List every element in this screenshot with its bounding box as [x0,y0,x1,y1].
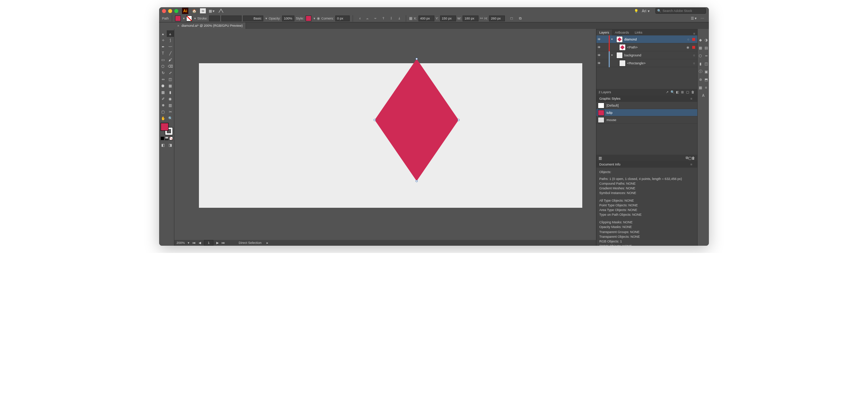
selection-tool[interactable]: ▴ [159,30,167,37]
opacity-field[interactable]: 100% [282,16,294,21]
styles-library-icon[interactable]: ▥ [599,156,602,160]
panel-menu-icon[interactable]: ≡ [691,32,697,35]
tab-artboards[interactable]: Artboards [612,30,632,35]
tips-icon[interactable]: 💡 [634,9,638,13]
stroke-swatch-none[interactable] [186,16,192,21]
brush-definition[interactable]: Basic [243,16,263,21]
graphic-style-item[interactable]: mouse [596,116,697,124]
paintbrush-tool[interactable]: 🖌 [167,56,174,63]
width-tool[interactable]: ⇔ [159,76,167,82]
canvas[interactable] [174,29,596,240]
lasso-tool[interactable]: ⟆ [167,37,174,43]
character-panel-icon[interactable]: A [701,93,706,98]
next-artboard-icon[interactable]: ▶ [216,241,219,245]
line-segment-tool[interactable]: ╱ [167,50,174,56]
status-play-icon[interactable]: ▸ [267,241,268,245]
layer-name[interactable]: <Rectangle> [627,61,646,65]
screen-mode-icon[interactable]: ◨ [167,142,174,148]
fill-stroke-control[interactable] [161,123,173,135]
brushes-panel-icon[interactable]: ▤ [704,46,709,50]
artboard-tool[interactable]: ▢ [159,108,167,115]
diamond-path[interactable] [373,57,461,183]
home-icon[interactable]: 🏠 [191,8,198,14]
magic-wand-tool[interactable]: ✧ [159,37,167,43]
direct-selection-tool[interactable]: ▵ [167,30,174,37]
workspace-switcher-icon[interactable]: ☰ ▾ [690,15,697,22]
color-mode-icon[interactable] [161,137,164,140]
properties-panel-icon[interactable]: ◆ [698,38,703,42]
layer-row[interactable]: 👁 <Path> ◉ [596,43,697,51]
align-vcenter-icon[interactable]: ⫱ [388,15,395,22]
delete-layer-icon[interactable]: 🗑 [690,90,695,94]
stroke-weight-field[interactable] [209,16,220,21]
visibility-icon[interactable]: 👁 [596,38,601,41]
artboards-panel-icon[interactable]: ▦ [698,85,703,90]
chevron-down-icon[interactable]: ▾ [188,241,190,245]
align-top-icon[interactable]: ⫯ [380,15,387,22]
gradient-mode-icon[interactable] [165,137,169,140]
target-icon[interactable]: ○ [693,61,695,65]
scale-tool[interactable]: ⤢ [167,69,174,76]
link-wh-icon[interactable]: ⚯ [480,16,483,20]
graphic-styles-panel-icon[interactable]: ▣ [704,69,709,74]
visibility-icon[interactable]: 👁 [596,53,601,57]
stroke-panel-icon[interactable]: ━ [704,53,709,58]
artboard-number[interactable]: 1 [204,240,213,246]
w-field[interactable]: 180 px [463,16,478,21]
target-icon[interactable]: ○ [688,38,689,41]
new-layer-icon[interactable]: ▢ [685,90,690,94]
graphic-style-item[interactable]: [Default] [596,102,697,109]
gradient-tool[interactable]: ▮ [167,89,174,95]
column-graph-tool[interactable]: ▥ [167,102,174,108]
close-window-button[interactable] [162,9,166,13]
symbols-panel-icon[interactable]: ⬡ [698,53,703,58]
libraries-panel-icon[interactable]: ≡ [704,85,709,90]
shaper-tool[interactable]: ⬡ [159,63,167,69]
stroke-profile[interactable] [221,16,242,21]
pen-tool[interactable]: ✒ [159,43,167,50]
curvature-tool[interactable]: 〰 [167,43,174,50]
color-panel-icon[interactable]: ◑ [704,38,709,42]
first-artboard-icon[interactable]: ⏮ [192,241,196,245]
layer-row[interactable]: 👁 ▾ background ○ [596,51,697,59]
layer-row[interactable]: 👁 <Rectangle> ○ [596,59,697,67]
layer-name[interactable]: <Path> [627,46,638,49]
arrange-documents-icon[interactable]: ▦ ▾ [208,8,215,14]
tab-links[interactable]: Links [632,30,645,35]
align-bottom-icon[interactable]: ⫰ [396,15,403,22]
tab-layers[interactable]: Layers [596,30,612,35]
align-buttons[interactable]: ⫞ ⫠ ⫟ ⫯ ⫱ ⫰ [356,15,403,22]
free-transform-tool[interactable]: ◫ [167,76,174,82]
new-sublayer-icon[interactable]: ⊞ [680,90,685,94]
stock-search[interactable]: 🔍 Search Adobe Stock [655,8,706,14]
locate-object-icon[interactable]: ↗ [665,90,670,94]
align-hcenter-icon[interactable]: ⫠ [364,15,371,22]
artboard[interactable] [199,63,582,208]
panel-menu-icon[interactable]: ≡ [688,163,694,166]
none-mode-icon[interactable] [169,137,173,140]
hand-tool[interactable]: ✋ [159,115,167,121]
layer-name[interactable]: diamond [624,38,637,41]
stock-icon[interactable]: St [200,8,206,13]
delete-style-icon[interactable]: 🗑 [692,156,695,160]
new-style-icon[interactable]: ▢ [688,156,692,160]
slice-tool[interactable]: ✂ [167,108,174,115]
make-clipping-mask-icon[interactable]: ◧ [675,90,680,94]
panel-menu-icon[interactable]: ≡ [688,97,694,100]
h-field[interactable]: 260 px [489,16,505,21]
shape-mode-icon[interactable]: □ [508,15,515,22]
user-menu[interactable]: Ari ▾ [642,9,650,13]
corners-field[interactable]: 0 px [335,16,350,21]
y-field[interactable]: 150 px [440,16,456,21]
target-icon[interactable]: ○ [693,53,695,57]
eraser-tool[interactable]: ⌫ [167,63,174,69]
chevron-down-icon[interactable]: ▾ [611,38,615,41]
layer-name[interactable]: background [624,53,641,57]
maximize-window-button[interactable] [174,9,178,13]
asset-export-panel-icon[interactable]: ⬒ [704,77,709,82]
layer-row[interactable]: 👁 ▾ diamond ○ [596,35,697,43]
recolor-icon[interactable]: ◉ [317,16,320,20]
prev-artboard-icon[interactable]: ◀ [199,241,201,245]
rotate-tool[interactable]: ↻ [159,69,167,76]
visibility-icon[interactable]: 👁 [596,61,601,65]
